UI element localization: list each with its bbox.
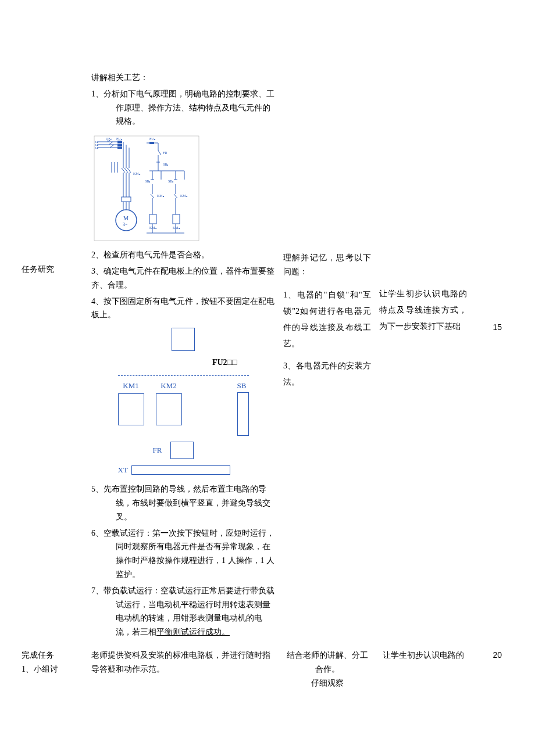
svg-text:M: M (123, 215, 129, 221)
svg-text:KM₂: KM₂ (173, 226, 180, 230)
col-content-2: 老师提供资料及安装的标准电路板，并进行随时指导答疑和动作示范。 (90, 647, 276, 691)
svg-text:FU₁: FU₁ (116, 137, 123, 141)
svg-line-40 (158, 151, 161, 155)
circuit-svg: L₁ L₂ L₃ QF FU₁ (91, 133, 202, 243)
svg-rect-62 (149, 214, 156, 224)
svg-line-9 (109, 142, 113, 145)
lesson-row-1: 任务研究 讲解相关工艺： 1、分析如下电气原理图，明确电路的控制要求、工作原理、… (20, 70, 515, 643)
km1-wrap: KM1 (118, 379, 144, 425)
svg-text:FU₂: FU₂ (149, 137, 156, 141)
layout-diagram: FU2□□ KM1 KM2 SB FR (118, 328, 249, 476)
svg-line-59 (174, 194, 177, 198)
understand-line: 理解并记忆，思考以下问题： (283, 251, 371, 279)
svg-rect-14 (117, 146, 122, 149)
svg-line-19 (124, 168, 128, 173)
svg-rect-12 (117, 141, 122, 143)
col-student-activity: 理解并记忆，思考以下问题： 1、电器的"自锁"和"互锁"2如何进行各电器元件的导… (282, 70, 372, 643)
fr-box (170, 442, 194, 459)
svg-text:SB₁: SB₁ (163, 163, 169, 166)
col-content: 讲解相关工艺： 1、分析如下电气原理图，明确电路的控制要求、工作原理、操作方法、… (90, 70, 276, 643)
svg-text:KM₂: KM₂ (157, 194, 165, 198)
qf-box (172, 328, 195, 351)
layout-row1: KM1 KM2 SB (118, 379, 249, 436)
col-time-2: 20 (474, 647, 503, 691)
question-3: 3、各电器元件的安装方法。 (283, 358, 371, 390)
svg-rect-63 (173, 214, 180, 224)
km2-box (156, 393, 182, 425)
observe-text: 仔细观察 (283, 676, 371, 690)
item-3: 3、确定电气元件在配电板上的位置，器件布置要整齐、合理。 (91, 264, 275, 292)
sb-label: SB (237, 379, 249, 392)
xt-row: XT (118, 464, 249, 476)
dash-line (118, 375, 249, 376)
item-7-underline: 平衡则试运行成功。 (156, 628, 230, 636)
question-1: 1、电器的"自锁"和"互锁"2如何进行各电器元件的导线连接及布线工艺。 (283, 287, 371, 352)
svg-line-10 (110, 145, 114, 148)
fu2-label: FU2□□ (118, 356, 249, 370)
svg-rect-0 (94, 136, 199, 241)
svg-rect-28 (122, 197, 131, 202)
xt-label: XT (118, 464, 128, 476)
lesson-row-2: 完成任务 1、小组讨 老师提供资料及安装的标准电路板，并进行随时指导答疑和动作示… (20, 647, 515, 691)
svg-line-20 (127, 168, 131, 173)
complete-task-label: 完成任务 (22, 648, 83, 662)
col-task-label: 任务研究 (20, 70, 84, 643)
layout-row2: FR (118, 442, 249, 459)
svg-text:SB₃: SB₃ (168, 180, 174, 183)
svg-line-58 (151, 194, 154, 198)
purpose-text-2: 让学生初步认识电路的 (379, 648, 467, 662)
svg-line-18 (122, 168, 125, 173)
item-5: 5、先布置控制回路的导线，然后布置主电路的导线，布线时要做到横平竖直，并避免导线… (91, 482, 275, 524)
task-research-label: 任务研究 (22, 263, 83, 277)
group-discuss-label: 1、小组讨 (22, 662, 83, 676)
sb-wrap: SB (237, 379, 249, 436)
fr-label: FR (153, 444, 162, 457)
item-1: 1、分析如下电气原理图，明确电路的控制要求、工作原理、操作方法、结构特点及电气元… (91, 87, 275, 128)
km2-label: KM2 (156, 379, 182, 392)
km1-box (118, 393, 144, 425)
sb-box (237, 392, 249, 436)
combine-teacher-text: 结合老师的讲解、分工合作。 (283, 648, 371, 676)
svg-text:SB₂: SB₂ (145, 180, 151, 183)
col-purpose-2: 让学生初步认识电路的 (378, 647, 468, 691)
svg-text:KM₁: KM₁ (133, 172, 141, 175)
svg-rect-36 (149, 142, 154, 144)
col-purpose: 让学生初步认识电路的特点及导线连接方式，为下一步安装打下基础 (378, 70, 468, 643)
time-value-1: 15 (475, 321, 502, 335)
svg-text:L₃: L₃ (95, 146, 98, 149)
circuit-diagram: L₁ L₂ L₃ QF FU₁ (91, 133, 202, 243)
svg-rect-13 (117, 144, 122, 146)
svg-text:KM₁: KM₁ (149, 226, 157, 230)
item-4: 4、按下图固定所有电气元件，按钮不要固定在配电板上。 (91, 295, 275, 323)
col-time: 15 (474, 70, 503, 643)
teacher-provide-text: 老师提供资料及安装的标准电路板，并进行随时指导答疑和动作示范。 (91, 648, 275, 676)
col-student-activity-2: 结合老师的讲解、分工合作。 仔细观察 (282, 647, 372, 691)
km1-label: KM1 (118, 379, 144, 392)
svg-text:FR: FR (163, 151, 167, 155)
col-task-label-2: 完成任务 1、小组讨 (20, 647, 84, 691)
item-6: 6、空载试运行：第一次按下按钮时，应短时运行，同时观察所有电器元件是否有异常现象… (91, 526, 275, 582)
item-2: 2、检查所有电气元件是否合格。 (91, 248, 275, 262)
intro-text: 讲解相关工艺： (91, 71, 275, 85)
time-value-2: 20 (475, 648, 502, 662)
svg-text:3~: 3~ (123, 222, 128, 227)
xt-box (131, 465, 230, 475)
km2-wrap: KM2 (156, 379, 182, 425)
purpose-text: 让学生初步认识电路的特点及导线连接方式，为下一步安装打下基础 (379, 286, 467, 335)
svg-text:KM₁: KM₁ (180, 194, 188, 198)
item-7: 7、带负载试运行：空载试运行正常后要进行带负载试运行，当电动机平稳运行时用转速表… (91, 584, 275, 639)
